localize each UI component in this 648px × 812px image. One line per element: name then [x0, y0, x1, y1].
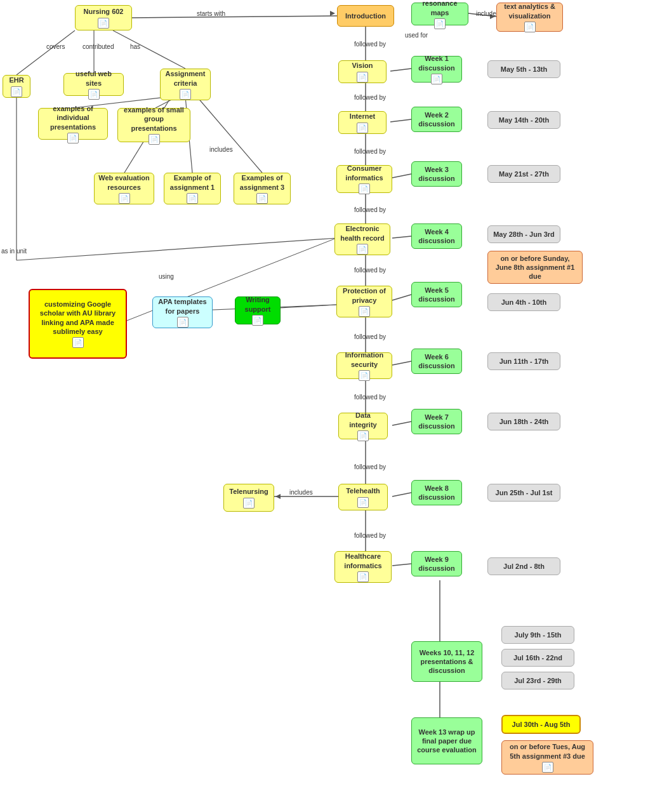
may28-jun3-node: May 28th - Jun 3rd [487, 225, 560, 243]
web-eval-node[interactable]: Web evaluation resources 📄 [94, 173, 154, 204]
internet-node[interactable]: Internet 📄 [338, 111, 387, 134]
customizing-google-node[interactable]: customizing Google scholar with AU libra… [29, 289, 127, 359]
week4-discussion-node[interactable]: Week 4 discussion [411, 223, 462, 249]
svg-line-12 [392, 295, 411, 300]
jun11-17-node: Jun 11th - 17th [487, 352, 560, 370]
assignment-criteria-node[interactable]: Assignment criteria 📄 [160, 69, 211, 100]
protection-icon: 📄 [359, 306, 370, 317]
writing-support-icon: 📄 [252, 315, 263, 326]
data-integrity-node[interactable]: Data integrity 📄 [338, 413, 388, 439]
web-eval-icon: 📄 [119, 193, 130, 204]
svg-line-8 [392, 174, 411, 178]
jul30-aug5-node: Jul 30th - Aug 5th [501, 715, 581, 734]
svg-line-31 [197, 97, 262, 173]
information-security-node[interactable]: Information security 📄 [336, 352, 392, 379]
label-using: using [159, 273, 174, 280]
assignment3-due-node: on or before Tues, Aug 5th assignment #3… [501, 740, 593, 775]
jul9-15-node: July 9th - 15th [501, 626, 574, 644]
text-analytics-node[interactable]: text analytics & visualization 📄 [496, 3, 563, 32]
week5-discussion-node[interactable]: Week 5 discussion [411, 282, 462, 307]
resonance-maps-node[interactable]: resonance maps 📄 [411, 3, 468, 25]
indiv-pres-icon: 📄 [67, 133, 79, 143]
writing-support-node[interactable]: Writing support 📄 [235, 296, 281, 324]
weeks10-12-node[interactable]: Weeks 10, 11, 12 presentations & discuss… [411, 641, 482, 682]
consumer-informatics-node[interactable]: Consumer informatics 📄 [336, 165, 392, 193]
data-integrity-icon: 📄 [357, 430, 369, 441]
fb6: followed by [354, 333, 386, 340]
examples-assign3-node[interactable]: Examples of assignment 3 📄 [234, 173, 291, 204]
svg-line-0 [132, 16, 337, 18]
label-contributed: contributed [83, 43, 114, 50]
example-assign1-icon: 📄 [187, 193, 198, 204]
svg-marker-39 [275, 494, 281, 499]
small-group-presentations-node[interactable]: examples of small group presentations 📄 [117, 108, 190, 142]
fb7: followed by [354, 394, 386, 401]
useful-websites-node[interactable]: useful web sites 📄 [63, 73, 124, 96]
apa-templates-node[interactable]: APA templates for papers 📄 [152, 296, 213, 328]
week1-icon: 📄 [431, 74, 442, 84]
svg-line-21 [392, 564, 411, 566]
svg-line-10 [392, 236, 411, 238]
jun4-10-node: Jun 4th - 10th [487, 293, 560, 311]
svg-line-6 [390, 119, 411, 122]
assignment3-icon: 📄 [542, 762, 553, 773]
example-assign1-node[interactable]: Example of assignment 1 📄 [164, 173, 221, 204]
ehr-node[interactable]: EHR 📄 [3, 75, 30, 98]
may5-13-node: May 5th - 13th [487, 60, 560, 78]
telenursing-icon: 📄 [243, 498, 255, 509]
svg-marker-37 [330, 11, 335, 16]
fb8: followed by [354, 463, 386, 470]
indiv-presentations-node[interactable]: examples of individual presentations 📄 [38, 108, 108, 140]
fb1: followed by [354, 41, 386, 48]
label-starts-with: starts with [197, 10, 225, 17]
may14-20-node: May 14th - 20th [487, 111, 560, 129]
ehr-icon: 📄 [11, 86, 22, 97]
label-includes-tel: includes [289, 489, 313, 496]
internet-icon: 📄 [357, 123, 368, 133]
jul2-8-node: Jul 2nd - 8th [487, 557, 560, 575]
svg-line-26 [113, 30, 185, 69]
vision-node[interactable]: Vision 📄 [338, 60, 387, 83]
telenursing-node[interactable]: Telenursing 📄 [223, 484, 274, 512]
protection-privacy-node[interactable]: Protection of privacy 📄 [336, 286, 392, 317]
jun18-24-node: Jun 18th - 24th [487, 413, 560, 430]
healthcare-informatics-node[interactable]: Healthcare informatics 📄 [334, 551, 392, 583]
jul23-29-node: Jul 23rd - 29th [501, 672, 574, 689]
telehealth-node[interactable]: Telehealth 📄 [338, 484, 388, 510]
fb5: followed by [354, 267, 386, 274]
ehr-main-node[interactable]: Electronic health record 📄 [334, 223, 390, 255]
week13-node[interactable]: Week 13 wrap up final paper due course e… [411, 717, 482, 764]
svg-line-33 [17, 238, 336, 260]
ehr-main-icon: 📄 [357, 244, 368, 255]
may21-27-node: May 21st - 27th [487, 165, 560, 183]
fb4: followed by [354, 206, 386, 213]
label-used-for: used for [405, 32, 428, 39]
info-security-icon: 📄 [359, 370, 370, 381]
assignment1-due-node: on or before Sunday, June 8th assignment… [487, 251, 583, 284]
label-covers: covers [46, 43, 65, 50]
week2-discussion-node[interactable]: Week 2 discussion [411, 107, 462, 132]
week7-discussion-node[interactable]: Week 7 discussion [411, 409, 462, 434]
jun25-jul1-node: Jun 25th - Jul 1st [487, 484, 560, 502]
fb2: followed by [354, 94, 386, 101]
fb9: followed by [354, 532, 386, 539]
week1-discussion-node[interactable]: Week 1 discussion 📄 [411, 56, 462, 83]
svg-line-24 [17, 30, 75, 75]
useful-websites-icon: 📄 [88, 89, 100, 100]
label-includes: includes [209, 146, 233, 153]
mind-map-canvas: starts with includes used for covers con… [0, 0, 648, 812]
resonance-icon: 📄 [434, 18, 446, 29]
week3-discussion-node[interactable]: Week 3 discussion [411, 161, 462, 187]
apa-icon: 📄 [177, 317, 188, 328]
svg-line-3 [390, 69, 411, 71]
label-as-in-unit: as in unit [1, 248, 27, 255]
week9-discussion-node[interactable]: Week 9 discussion [411, 551, 462, 576]
telehealth-icon: 📄 [357, 497, 369, 508]
examples-assign3-icon: 📄 [256, 193, 268, 204]
customizing-google-icon: 📄 [72, 337, 84, 348]
vision-icon: 📄 [357, 72, 368, 83]
week8-discussion-node[interactable]: Week 8 discussion [411, 480, 462, 505]
introduction-node[interactable]: Introduction [337, 5, 394, 27]
nursing-602-node[interactable]: Nursing 602 📄 [75, 5, 132, 30]
week6-discussion-node[interactable]: Week 6 discussion [411, 349, 462, 374]
